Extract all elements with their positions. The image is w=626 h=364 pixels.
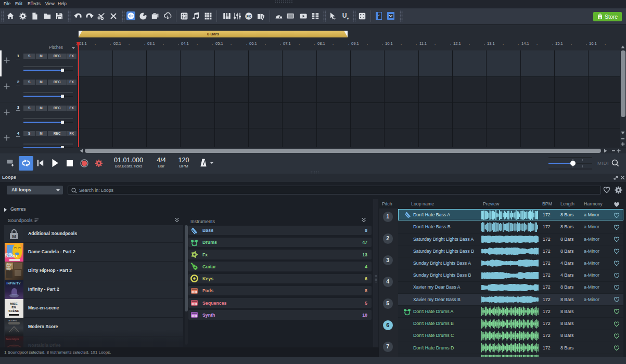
svg-text:M: M (12, 234, 16, 239)
svg-text:FX: FX (247, 15, 251, 18)
svg-text:▼: ▼ (346, 17, 349, 20)
svg-text:M: M (599, 16, 602, 19)
